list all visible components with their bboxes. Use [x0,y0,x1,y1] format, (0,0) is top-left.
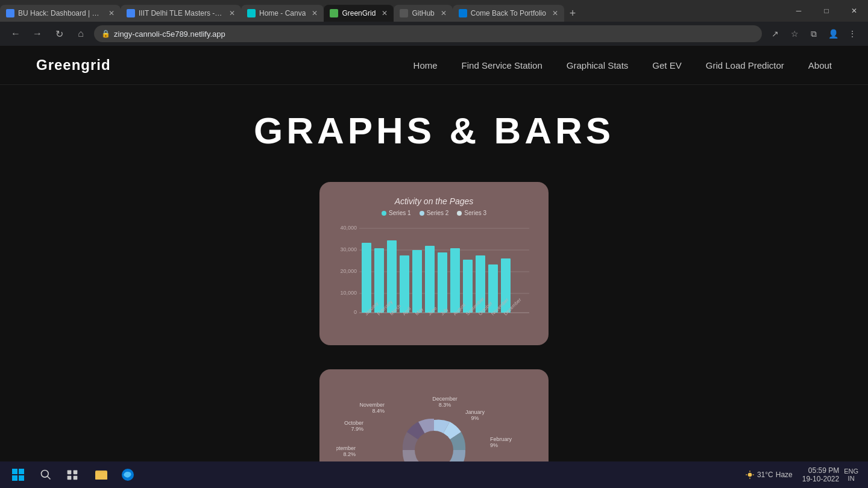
chart-legend: Series 1 Series 2 Series 3 [336,210,532,216]
tab-title-canva: Home - Canva [259,9,306,17]
home-button[interactable]: ⌂ [72,25,89,42]
page-content: Greengrid Home Find Service Station Grap… [0,46,868,488]
svg-text:8.2%: 8.2% [343,451,356,457]
svg-line-64 [48,477,51,480]
bookmark-button[interactable]: ☆ [786,25,803,42]
tab-bu-hack[interactable]: BU Hack: Dashboard | Devi... ✕ [0,5,121,22]
locale-display: ENG IN [844,468,858,482]
nav-graphical-stats[interactable]: Graphical Stats [567,60,629,70]
legend-label-series2: Series 2 [427,210,449,216]
maximize-button[interactable]: □ [813,0,840,22]
nav-get-ev[interactable]: Get EV [652,60,681,70]
menu-button[interactable]: ⋮ [844,25,861,42]
site-logo[interactable]: Greengrid [36,57,414,74]
close-button[interactable]: ✕ [840,0,868,22]
date-display: 19-10-2022 [802,475,839,483]
nav-about[interactable]: About [808,60,832,70]
svg-text:9%: 9% [471,415,479,421]
tab-close-portfolio[interactable]: ✕ [552,9,558,17]
start-button[interactable] [5,464,31,486]
profile-button[interactable]: 👤 [825,25,841,42]
taskbar: 31°C Haze 05:59 PM 19-10-2022 ENG IN [0,461,868,488]
forward-button[interactable]: → [29,25,46,42]
nav-links: Home Find Service Station Graphical Stat… [414,60,832,70]
tab-title-iiit: IIIT Delhi TLE Masters - Pre... [139,9,223,17]
tabs-container: BU Hack: Dashboard | Devi... ✕ IIIT Delh… [0,0,785,22]
tab-close-bu[interactable]: ✕ [108,9,115,17]
legend-series2: Series 2 [420,210,449,216]
browser-chrome: BU Hack: Dashboard | Devi... ✕ IIIT Delh… [0,0,868,46]
tab-title-github: GitHub [412,9,434,17]
browser-actions: ↗ ☆ ⧉ 👤 ⋮ [767,25,861,42]
bar-chart-title: Activity on the Pages [336,196,532,206]
taskbar-app-explorer[interactable] [89,464,113,486]
task-view-icon [66,469,78,481]
svg-rect-67 [68,476,72,480]
svg-rect-13 [400,255,409,313]
svg-text:20,000: 20,000 [340,268,357,274]
windows-icon [11,468,25,482]
svg-text:December: December [432,396,458,402]
address-text: zingy-cannoli-c5e789.netlify.app [114,30,225,39]
lock-icon: 🔒 [101,30,110,38]
weather-widget: 31°C Haze [745,470,793,480]
navbar: Greengrid Home Find Service Station Grap… [0,46,868,85]
svg-text:September: September [336,445,356,451]
minimize-button[interactable]: ─ [785,0,813,22]
nav-grid-load[interactable]: Grid Load Predictor [706,60,784,70]
svg-rect-10 [362,243,371,313]
tab-greengrid[interactable]: GreenGrid ✕ [324,5,394,22]
share-button[interactable]: ↗ [767,25,784,42]
tab-favicon-iiit [127,9,135,17]
tab-favicon-canva [247,9,256,17]
tab-portfolio[interactable]: Come Back To Portfolio ✕ [453,5,564,22]
svg-text:30,000: 30,000 [340,246,357,252]
task-view-button[interactable] [60,464,84,486]
address-bar[interactable]: 🔒 zingy-cannoli-c5e789.netlify.app [94,25,762,42]
browser-controls: ← → ↻ ⌂ 🔒 zingy-cannoli-c5e789.netlify.a… [0,22,868,46]
legend-label-series3: Series 3 [464,210,486,216]
legend-series1: Series 1 [382,210,411,216]
svg-point-72 [748,473,752,477]
tab-close-canva[interactable]: ✕ [312,9,318,17]
svg-rect-61 [12,475,17,481]
tab-bar: BU Hack: Dashboard | Devi... ✕ IIIT Delh… [0,0,868,22]
svg-rect-16 [438,252,447,313]
tab-favicon-github [400,9,408,17]
legend-dot-series2 [420,211,424,216]
temperature: 31°C [757,471,773,479]
legend-dot-series3 [457,211,462,216]
svg-rect-14 [412,250,422,313]
main-content: GRAPHS & BARS Activity on the Pages Seri… [0,85,868,488]
svg-point-63 [42,471,49,478]
svg-text:January: January [465,409,485,415]
svg-text:7.9%: 7.9% [351,426,363,432]
reload-button[interactable]: ↻ [51,25,68,42]
svg-text:October: October [344,420,363,426]
svg-text:8.3%: 8.3% [439,402,451,408]
svg-text:February: February [490,436,512,442]
svg-text:10,000: 10,000 [340,290,357,296]
back-button[interactable]: ← [7,25,24,42]
nav-home[interactable]: Home [414,60,438,70]
search-taskbar-button[interactable] [34,464,58,486]
legend-label-series1: Series 1 [389,210,411,216]
tab-close-github[interactable]: ✕ [441,9,447,17]
nav-find-service[interactable]: Find Service Station [462,60,542,70]
tab-github[interactable]: GitHub ✕ [394,5,452,22]
svg-text:40,000: 40,000 [340,225,357,231]
page-title: GRAPHS & BARS [254,109,614,152]
svg-rect-66 [74,471,78,475]
svg-rect-60 [19,469,24,474]
tab-canva[interactable]: Home - Canva ✕ [241,5,324,22]
new-tab-button[interactable]: + [564,5,581,22]
tab-iiit[interactable]: IIIT Delhi TLE Masters - Pre... ✕ [121,5,241,22]
taskbar-clock: 05:59 PM 19-10-2022 [802,466,839,483]
taskbar-app-edge[interactable] [116,464,140,486]
legend-series3: Series 3 [457,210,486,216]
extensions-button[interactable]: ⧉ [805,25,822,42]
svg-rect-15 [425,246,435,313]
tab-close-iiit[interactable]: ✕ [229,9,235,17]
svg-text:November: November [359,402,385,408]
tab-close-greengrid[interactable]: ✕ [382,9,388,17]
